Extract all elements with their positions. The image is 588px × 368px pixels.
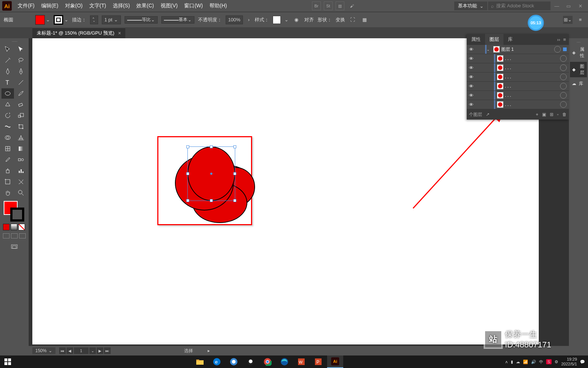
free-transform-tool[interactable] (15, 121, 27, 132)
shape-label[interactable]: 形状： (318, 17, 332, 23)
tray-ime[interactable]: 中 (539, 359, 543, 365)
taskbar-wps[interactable]: W (293, 355, 309, 368)
export-icon[interactable]: ↗ (486, 112, 490, 117)
zoom-tool[interactable] (15, 188, 27, 198)
selection-indicator[interactable] (563, 47, 567, 51)
clip-mask-icon[interactable]: ▣ (542, 112, 546, 117)
magic-wand-tool[interactable] (1, 55, 14, 66)
taskbar-edge[interactable] (276, 355, 293, 368)
visibility-toggle[interactable]: 👁 (467, 84, 476, 89)
draw-modes[interactable] (1, 232, 27, 240)
chevron-right-icon[interactable]: › (247, 17, 251, 22)
tab-layers[interactable]: 图层 (485, 34, 503, 45)
taskbar-app-blue[interactable] (226, 355, 242, 368)
close-tab-icon[interactable]: × (118, 30, 121, 36)
tray-onedrive-icon[interactable]: ☁ (516, 360, 520, 364)
tray-up-icon[interactable]: ʌ (505, 360, 508, 364)
layer-name[interactable]: 图层 1 (501, 46, 554, 53)
new-layer-icon[interactable]: ▫ (557, 112, 559, 117)
isolate-icon[interactable]: ⛶ (349, 16, 357, 24)
layer-row[interactable]: 👁 ⌄ 图层 1 (467, 45, 569, 54)
column-graph-tool[interactable] (15, 166, 27, 176)
style-swatch[interactable] (273, 16, 281, 24)
tray-sogou-icon[interactable]: S (546, 359, 552, 364)
shaper-tool[interactable] (1, 99, 14, 110)
libraries-panel-btn[interactable]: ☁库 (570, 79, 587, 88)
tray-settings-icon[interactable]: ⚙ (555, 360, 558, 364)
tab-properties[interactable]: 属性 (467, 34, 485, 45)
hand-tool[interactable] (1, 188, 14, 198)
slice-tool[interactable] (15, 177, 27, 187)
tray-notifications-icon[interactable]: 💬 (580, 360, 585, 364)
sublayer-row[interactable]: 👁 . . . (467, 54, 569, 63)
status-dd-icon[interactable]: ▸ (208, 348, 210, 353)
recolor-icon[interactable]: ◉ (293, 16, 301, 24)
new-sublayer-icon[interactable]: ⊞ (550, 112, 553, 117)
maximize-button[interactable]: ▭ (563, 2, 574, 10)
locate-icon[interactable]: ⌖ (536, 112, 538, 117)
taskbar-chrome[interactable] (259, 355, 276, 368)
gpu-icon[interactable]: 🖌 (347, 1, 356, 10)
opacity-input[interactable]: 100% (226, 15, 243, 24)
tray-battery-icon[interactable]: ▮ (511, 360, 513, 364)
visibility-toggle[interactable]: 👁 (467, 93, 476, 98)
gradient-tool[interactable] (15, 144, 27, 154)
prev-artboard-btn[interactable]: ◀ (67, 347, 73, 354)
taskbar-ppt[interactable]: P (310, 355, 326, 368)
stroke-weight-value[interactable]: 1 pt⌄ (102, 15, 121, 24)
tab-libraries[interactable]: 库 (503, 34, 517, 45)
arrange-icon[interactable]: ▥ (336, 1, 344, 10)
stroke-swatch[interactable] (54, 15, 63, 25)
last-artboard-btn[interactable]: ⏭ (104, 347, 111, 354)
screen-mode[interactable] (8, 242, 21, 252)
visibility-toggle[interactable]: 👁 (467, 74, 476, 80)
arrange-icon[interactable]: ▦ (361, 16, 369, 24)
properties-panel-btn[interactable]: ◈属性 (570, 45, 587, 60)
menu-effect[interactable]: 效果(C) (133, 1, 157, 11)
shape-builder-tool[interactable] (1, 132, 14, 143)
none-mode[interactable] (18, 224, 25, 230)
next-artboard-btn[interactable]: ▶ (97, 347, 103, 354)
color-mode[interactable] (3, 224, 10, 230)
scale-tool[interactable] (15, 110, 27, 121)
taskbar-explorer[interactable] (192, 355, 208, 368)
sublayer-row[interactable]: 👁 . . . (467, 63, 569, 72)
transform-label[interactable]: 变换 (336, 17, 345, 23)
stock-icon[interactable]: St (324, 1, 333, 10)
paintbrush-tool[interactable] (15, 88, 27, 99)
stroke-color[interactable] (10, 208, 24, 222)
selection-bounding-box[interactable] (187, 146, 235, 201)
visibility-toggle[interactable]: 👁 (467, 47, 476, 52)
taskbar-illustrator[interactable]: Ai (327, 355, 343, 368)
menu-edit[interactable]: 编辑(E) (38, 1, 61, 11)
taskbar-clock[interactable]: 19:29 2022/5/1 (561, 357, 577, 367)
minimize-button[interactable]: — (551, 2, 562, 10)
fill-swatch[interactable] (35, 15, 45, 25)
chevron-down-icon[interactable]: ⌄ (284, 17, 289, 22)
sublayer-row[interactable]: 👁 . . . (467, 100, 569, 109)
visibility-toggle[interactable]: 👁 (467, 102, 476, 107)
close-button[interactable]: ✕ (575, 2, 586, 10)
panel-grip[interactable]: ┈┈┈ (1, 40, 27, 43)
artboard-tool[interactable] (1, 177, 14, 187)
layers-panel-btn[interactable]: ◆图层 (570, 62, 587, 77)
curvature-tool[interactable] (15, 66, 27, 77)
type-tool[interactable]: T (1, 77, 14, 88)
bridge-icon[interactable]: Br (312, 1, 321, 10)
delete-layer-icon[interactable]: 🗑 (562, 112, 567, 117)
target-icon[interactable] (554, 46, 561, 53)
mesh-tool[interactable] (1, 144, 14, 154)
pen-tool[interactable] (1, 66, 14, 77)
width-tool[interactable] (1, 121, 14, 132)
menu-select[interactable]: 选择(S) (110, 1, 133, 11)
eraser-tool[interactable] (15, 99, 27, 110)
menu-file[interactable]: 文件(F) (15, 1, 37, 11)
tray-wifi-icon[interactable]: 📶 (523, 360, 528, 364)
menu-window[interactable]: 窗口(W) (181, 1, 206, 11)
collapse-icon[interactable]: ›› (557, 37, 560, 42)
artboard-nav[interactable]: ⏮ ◀ 1 ⌄ ▶ ⏭ (59, 347, 111, 354)
visibility-toggle[interactable]: 👁 (467, 65, 476, 71)
start-button[interactable] (0, 355, 15, 368)
perspective-grid-tool[interactable] (15, 132, 27, 143)
sublayer-row[interactable]: 👁 . . . (467, 82, 569, 91)
